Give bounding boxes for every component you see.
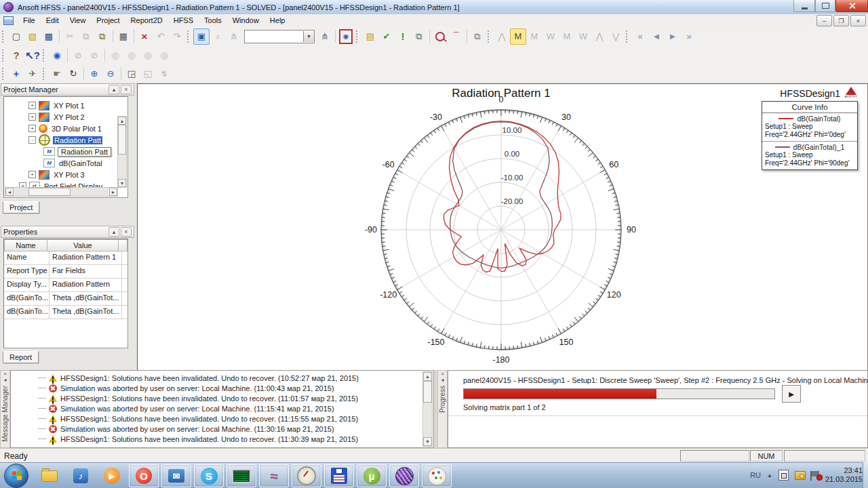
- msg-scroll-up-icon[interactable]: ▲: [423, 372, 432, 381]
- props-close-button[interactable]: ×: [121, 227, 132, 237]
- tray-device-icon[interactable]: [778, 470, 789, 481]
- taskbar-media-player-button[interactable]: ▶: [98, 465, 126, 487]
- tree-vscrollbar[interactable]: ▲ ▼: [117, 116, 127, 188]
- tool-wave-4-button[interactable]: W: [542, 28, 559, 45]
- taskbar-gauge-button[interactable]: [292, 464, 321, 487]
- expand-icon[interactable]: +: [28, 125, 36, 132]
- menu-window[interactable]: Window: [227, 15, 264, 26]
- tool-open-button[interactable]: ▧: [24, 28, 41, 45]
- scroll-right-icon[interactable]: ►: [109, 188, 117, 196]
- tool-undo-button[interactable]: ↶: [153, 28, 169, 45]
- tool-hide-selection-button[interactable]: ⊘: [70, 47, 86, 64]
- tool-show-active-4-button[interactable]: ◎: [156, 47, 172, 64]
- pm-collapse-button[interactable]: ▴: [108, 85, 119, 94]
- tool-pan-button[interactable]: ☛: [49, 66, 65, 82]
- expand-icon[interactable]: +: [28, 102, 36, 109]
- tree-hscroll-thumb[interactable]: [28, 188, 71, 196]
- tool-results-button[interactable]: ⌒: [448, 28, 465, 45]
- props-collapse-button[interactable]: ▴: [108, 227, 119, 237]
- taskbar-volume-button[interactable]: ♪: [66, 465, 95, 487]
- menu-tools[interactable]: Tools: [199, 15, 227, 26]
- tray-clock[interactable]: 23:41 21.03.2015: [825, 466, 863, 484]
- property-value[interactable]: Far Fields: [50, 265, 122, 278]
- tool-wave-5-button[interactable]: M: [559, 28, 575, 45]
- col-value[interactable]: Value: [47, 239, 119, 251]
- tool-plug-button[interactable]: ♁: [210, 28, 226, 45]
- tool-wave-3-button[interactable]: M: [526, 28, 542, 45]
- message-row-error[interactable]: Simulation was aborted by user on server…: [11, 424, 433, 434]
- tool-explode-button[interactable]: ✈: [24, 66, 41, 82]
- msg-vscrollbar[interactable]: ▲ ▼: [422, 371, 433, 447]
- tool-cut-button[interactable]: ✂: [62, 28, 78, 45]
- msg-scroll-thumb[interactable]: [423, 381, 432, 403]
- show-desktop-button[interactable]: [863, 462, 868, 488]
- taskbar-explorer-button[interactable]: [35, 465, 64, 487]
- property-value[interactable]: Theta ,dB(GainTot...: [50, 306, 122, 319]
- tree-vscroll-thumb[interactable]: [118, 125, 126, 155]
- combobox-dropdown-icon[interactable]: ▼: [303, 31, 314, 42]
- tool-last-button[interactable]: »: [681, 28, 697, 45]
- tree-item-xy-plot-2[interactable]: +XY Plot 2: [4, 111, 127, 123]
- tree-item-xy-plot-3[interactable]: +XY Plot 3: [4, 169, 127, 180]
- progress-pin-button[interactable]: ◂: [441, 377, 443, 383]
- menu-view[interactable]: View: [64, 15, 92, 26]
- tool-wave-8-button[interactable]: ⋁: [608, 28, 624, 45]
- property-row[interactable]: NameRadiation Pattern 1: [4, 251, 127, 265]
- taskbar-utorrent-button[interactable]: µ: [357, 464, 387, 487]
- taskbar-opera-button[interactable]: O: [129, 464, 159, 487]
- tool-fit-all-button[interactable]: ◱: [140, 66, 156, 82]
- tool-validation-check-button[interactable]: !: [395, 28, 411, 45]
- msg-pin-button[interactable]: ◂: [3, 377, 6, 383]
- tool-show-visible-button[interactable]: ◉: [49, 47, 65, 64]
- tool-context-help-button[interactable]: ↖?: [24, 47, 41, 64]
- property-row[interactable]: Display Ty...Radiation Pattern: [4, 279, 127, 292]
- tab-project[interactable]: Project: [3, 201, 39, 214]
- property-value[interactable]: Radiation Pattern: [50, 279, 122, 291]
- close-button[interactable]: [835, 0, 868, 12]
- design-variation-combobox[interactable]: ▼: [244, 30, 315, 43]
- mdi-close-button[interactable]: ×: [850, 15, 866, 26]
- taskbar-skype-button[interactable]: S: [194, 464, 224, 487]
- expand-icon[interactable]: +: [28, 113, 36, 121]
- expand-icon[interactable]: +: [28, 171, 36, 178]
- property-value[interactable]: Theta ,dB(GainTot...: [50, 292, 122, 305]
- menu-help[interactable]: Help: [264, 15, 291, 26]
- pm-close-button[interactable]: ×: [121, 85, 132, 94]
- message-row-error[interactable]: Simulation was aborted by user on server…: [11, 383, 433, 393]
- tool-notes-button[interactable]: ▤: [362, 28, 378, 45]
- col-name[interactable]: Name: [4, 239, 47, 251]
- tool-fit-selection-button[interactable]: ↯: [156, 66, 172, 82]
- tool-analyze-button[interactable]: [432, 28, 448, 45]
- tool-solid-view-button[interactable]: ▣: [193, 28, 210, 45]
- progress-close-button[interactable]: ×: [441, 371, 444, 377]
- tool-wave-7-button[interactable]: ⋀: [591, 28, 608, 45]
- tool-show-active-3-button[interactable]: ◎: [140, 47, 156, 64]
- tool-next-button[interactable]: ►: [665, 28, 681, 45]
- message-row-warning[interactable]: HFSSDesign1: Solutions have been invalid…: [11, 434, 433, 444]
- tool-help-topics-button[interactable]: ?: [8, 47, 24, 64]
- msg-scroll-down-icon[interactable]: ▼: [423, 437, 432, 446]
- tool-prev-button[interactable]: ◄: [648, 28, 665, 45]
- taskbar-terminal-button[interactable]: [226, 464, 256, 487]
- message-row-warning[interactable]: HFSSDesign1: Solutions have been invalid…: [11, 373, 433, 383]
- tool-zoom-out-button[interactable]: ⊖: [102, 66, 119, 82]
- tool-paste-button[interactable]: ⧉: [94, 28, 111, 45]
- tool-rotate-button[interactable]: ↻: [65, 66, 81, 82]
- scroll-left-icon[interactable]: ◄: [5, 188, 14, 196]
- maximize-button[interactable]: [815, 0, 835, 12]
- tree-item-radiation-patt[interactable]: MRadiation Patt: [4, 146, 127, 157]
- minimize-button[interactable]: [793, 0, 815, 12]
- legend-entry[interactable]: dB(GainTotal)Setup1 : SweepFreq='2.44GHz…: [762, 113, 857, 142]
- mdi-minimize-button[interactable]: –: [816, 15, 832, 26]
- document-icon[interactable]: [3, 16, 14, 25]
- progress-expand-button[interactable]: ▶: [782, 385, 801, 403]
- taskbar-floppy-button[interactable]: [324, 464, 354, 487]
- property-row[interactable]: dB(GainTo...Theta ,dB(GainTot...: [4, 292, 127, 306]
- tool-boolean-add-button[interactable]: +: [8, 66, 24, 82]
- scroll-up-icon[interactable]: ▲: [118, 117, 126, 125]
- menu-hfss[interactable]: HFSS: [168, 15, 199, 26]
- scroll-down-icon[interactable]: ▼: [118, 179, 126, 187]
- tree-item-xy-plot-1[interactable]: +XY Plot 1: [4, 100, 127, 111]
- tool-profile-doc-button[interactable]: ⧉: [411, 28, 427, 45]
- tool-wave-2-button[interactable]: M: [510, 28, 526, 45]
